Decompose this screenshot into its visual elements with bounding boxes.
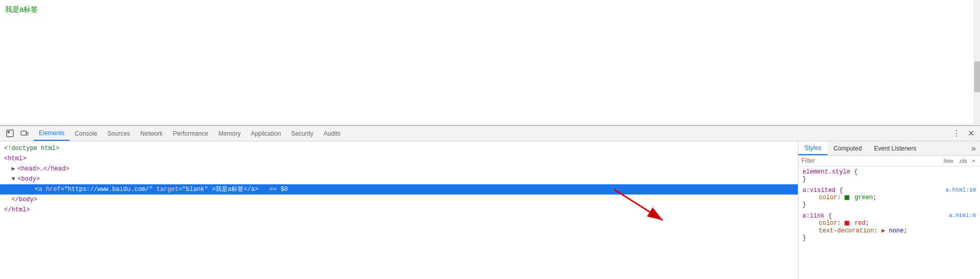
tab-sources[interactable]: Sources — [102, 126, 135, 141]
styles-panel: Styles Computed Event Listeners » :hov .… — [798, 141, 980, 279]
tab-security[interactable]: Security — [286, 126, 318, 141]
devtools-toolbar: ElementsConsoleSourcesNetworkPerformance… — [0, 126, 980, 141]
styles-filter: :hov .cls + — [798, 156, 980, 166]
a-link-source-link[interactable]: a.html:6 — [949, 212, 976, 219]
tab-console[interactable]: Console — [70, 126, 102, 141]
select-element-icon[interactable] — [3, 126, 17, 141]
devtools-tabs: ElementsConsoleSourcesNetworkPerformance… — [32, 126, 950, 141]
a-visited-rule: a:visited { a.html:10 color: green; } — [802, 187, 976, 208]
devtools-tab-right: ⋮ ✕ — [950, 127, 977, 140]
add-rule-button[interactable]: + — [971, 157, 977, 164]
a-link-decoration-prop: text-decoration: ▶ none; — [802, 227, 976, 234]
page-link[interactable]: 我是a标签 — [5, 5, 38, 14]
dom-line-html-close[interactable]: </html> — [0, 205, 798, 215]
cls-filter-button[interactable]: .cls — [957, 157, 969, 164]
styles-tabs: Styles Computed Event Listeners » — [798, 141, 980, 156]
a-visited-color-prop: color: green; — [802, 194, 976, 201]
device-toggle-icon[interactable] — [17, 126, 32, 141]
scrollbar[interactable] — [974, 0, 980, 125]
svg-rect-2 — [21, 131, 26, 135]
element-style-selector: element.style { — [802, 168, 976, 176]
a-link-selector-line: a:link { a.html:6 — [802, 212, 976, 220]
element-style-close: } — [802, 176, 976, 183]
svg-rect-0 — [7, 130, 13, 137]
dom-line-head[interactable]: ▶<head>…</head> — [0, 164, 798, 174]
a-visited-close: } — [802, 201, 976, 208]
tab-application[interactable]: Application — [246, 126, 286, 141]
dom-line-html[interactable]: <html> — [0, 154, 798, 164]
tab-elements[interactable]: Elements — [34, 126, 70, 141]
a-visited-selector-line: a:visited { a.html:10 — [802, 187, 976, 194]
tab-event-listeners[interactable]: Event Listeners — [868, 141, 923, 155]
a-visited-source-link[interactable]: a.html:10 — [946, 187, 976, 193]
color-swatch-red — [844, 221, 850, 226]
styles-tab-more[interactable]: » — [967, 144, 980, 153]
devtools-main: <!doctype html> <html> ▶<head>…</head> ▼… — [0, 141, 980, 279]
svg-rect-3 — [27, 132, 28, 135]
svg-rect-1 — [8, 131, 10, 133]
tab-audits[interactable]: Audits — [318, 126, 345, 141]
element-style-rule: element.style { } — [802, 168, 976, 183]
devtools-panel: ElementsConsoleSourcesNetworkPerformance… — [0, 125, 980, 279]
styles-filter-input[interactable] — [801, 157, 939, 164]
a-link-color-prop: color: red; — [802, 220, 976, 227]
hov-filter-button[interactable]: :hov — [941, 157, 955, 164]
browser-content: 我是a标签 — [0, 0, 980, 125]
a-link-rule: a:link { a.html:6 color: red; text-decor… — [802, 212, 976, 242]
tab-performance[interactable]: Performance — [168, 126, 213, 141]
dom-line-body-close[interactable]: </body> — [0, 195, 798, 205]
tab-styles[interactable]: Styles — [798, 141, 827, 155]
styles-content: element.style { } a:visited { a.html:10 … — [798, 166, 980, 279]
tab-memory[interactable]: Memory — [213, 126, 246, 141]
a-link-close: } — [802, 234, 976, 242]
more-options-button[interactable]: ⋮ — [950, 127, 963, 140]
close-devtools-button[interactable]: ✕ — [965, 127, 977, 140]
dom-line-anchor[interactable]: <a href="https://www.baidu.com/" target=… — [0, 184, 798, 195]
dom-panel: <!doctype html> <html> ▶<head>…</head> ▼… — [0, 141, 798, 279]
scrollbar-thumb — [974, 61, 980, 92]
dom-line-doctype[interactable]: <!doctype html> — [0, 143, 798, 154]
tab-computed[interactable]: Computed — [827, 141, 868, 155]
tab-network[interactable]: Network — [135, 126, 168, 141]
dom-line-body-open[interactable]: ▼<body> — [0, 174, 798, 184]
color-swatch-green — [844, 195, 850, 200]
